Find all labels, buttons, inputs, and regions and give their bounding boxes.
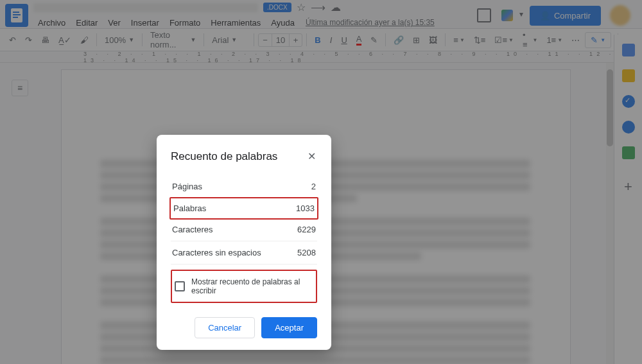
- show-while-typing-row[interactable]: Mostrar recuento de palabras al escribir: [171, 270, 317, 303]
- stat-label: Caracteres: [172, 225, 213, 234]
- close-icon[interactable]: ✕: [306, 149, 317, 164]
- stat-label: Palabras: [173, 204, 206, 213]
- dialog-title: Recuento de palabras: [171, 150, 277, 163]
- checkbox[interactable]: [175, 281, 185, 291]
- word-count-dialog: Recuento de palabras ✕ Páginas 2 Palabra…: [157, 135, 331, 350]
- ok-button[interactable]: Aceptar: [261, 317, 317, 338]
- stat-characters-no-spaces: Caracteres sin espacios 5208: [171, 241, 317, 264]
- stat-characters: Caracteres 6229: [171, 218, 317, 241]
- stat-pages: Páginas 2: [171, 175, 317, 198]
- stat-label: Caracteres sin espacios: [172, 248, 261, 257]
- cancel-button[interactable]: Cancelar: [195, 317, 255, 338]
- modal-overlay: Recuento de palabras ✕ Páginas 2 Palabra…: [0, 0, 642, 364]
- stat-value: 5208: [297, 248, 316, 257]
- stat-value: 2: [311, 182, 316, 191]
- stat-words: Palabras 1033: [169, 197, 318, 220]
- stat-value: 6229: [297, 225, 316, 234]
- stat-value: 1033: [296, 204, 315, 213]
- stat-label: Páginas: [172, 182, 202, 191]
- checkbox-label: Mostrar recuento de palabras al escribir: [191, 277, 313, 295]
